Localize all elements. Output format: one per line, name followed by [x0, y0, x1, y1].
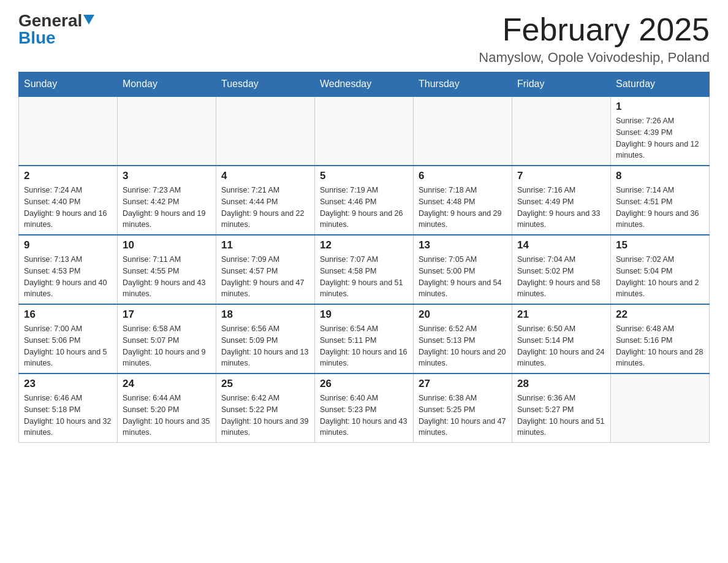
day-number: 7	[517, 170, 605, 182]
table-row: 18Sunrise: 6:56 AMSunset: 5:09 PMDayligh…	[216, 304, 315, 373]
header-wednesday: Wednesday	[315, 72, 414, 97]
day-number: 20	[419, 308, 507, 321]
table-row: 6Sunrise: 7:18 AMSunset: 4:48 PMDaylight…	[414, 166, 512, 235]
table-row: 14Sunrise: 7:04 AMSunset: 5:02 PMDayligh…	[512, 235, 611, 304]
day-info: Sunrise: 7:09 AMSunset: 4:57 PMDaylight:…	[221, 254, 309, 300]
day-info: Sunrise: 6:44 AMSunset: 5:20 PMDaylight:…	[123, 393, 211, 439]
day-number: 6	[419, 170, 507, 182]
table-row: 1Sunrise: 7:26 AMSunset: 4:39 PMDaylight…	[611, 96, 710, 166]
day-info: Sunrise: 6:38 AMSunset: 5:25 PMDaylight:…	[419, 393, 507, 439]
logo-general-text: General	[18, 12, 82, 29]
day-number: 17	[123, 308, 211, 321]
day-number: 15	[616, 239, 704, 251]
day-number: 1	[616, 101, 704, 113]
table-row: 24Sunrise: 6:44 AMSunset: 5:20 PMDayligh…	[118, 373, 216, 443]
table-row: 2Sunrise: 7:24 AMSunset: 4:40 PMDaylight…	[19, 166, 118, 235]
day-number: 11	[221, 239, 309, 251]
table-row	[118, 96, 216, 166]
month-title: February 2025	[479, 12, 710, 47]
header-tuesday: Tuesday	[216, 72, 315, 97]
header-saturday: Saturday	[611, 72, 710, 97]
table-row: 17Sunrise: 6:58 AMSunset: 5:07 PMDayligh…	[118, 304, 216, 373]
day-number: 5	[320, 170, 408, 182]
day-info: Sunrise: 7:05 AMSunset: 5:00 PMDaylight:…	[419, 254, 507, 300]
day-number: 21	[517, 308, 605, 321]
table-row: 12Sunrise: 7:07 AMSunset: 4:58 PMDayligh…	[315, 235, 414, 304]
day-number: 25	[221, 378, 309, 390]
weekday-header-row: Sunday Monday Tuesday Wednesday Thursday…	[19, 72, 710, 97]
table-row: 21Sunrise: 6:50 AMSunset: 5:14 PMDayligh…	[512, 304, 611, 373]
header-thursday: Thursday	[414, 72, 512, 97]
logo-arrow-icon	[83, 15, 94, 26]
day-number: 27	[419, 378, 507, 390]
day-number: 14	[517, 239, 605, 251]
day-info: Sunrise: 6:54 AMSunset: 5:11 PMDaylight:…	[320, 323, 408, 369]
table-row	[512, 96, 611, 166]
calendar-week-row: 1Sunrise: 7:26 AMSunset: 4:39 PMDaylight…	[19, 96, 710, 166]
day-number: 13	[419, 239, 507, 251]
table-row: 15Sunrise: 7:02 AMSunset: 5:04 PMDayligh…	[611, 235, 710, 304]
day-number: 28	[517, 378, 605, 390]
table-row: 4Sunrise: 7:21 AMSunset: 4:44 PMDaylight…	[216, 166, 315, 235]
table-row: 26Sunrise: 6:40 AMSunset: 5:23 PMDayligh…	[315, 373, 414, 443]
day-info: Sunrise: 6:52 AMSunset: 5:13 PMDaylight:…	[419, 323, 507, 369]
day-info: Sunrise: 6:58 AMSunset: 5:07 PMDaylight:…	[123, 323, 211, 369]
table-row: 28Sunrise: 6:36 AMSunset: 5:27 PMDayligh…	[512, 373, 611, 443]
table-row	[611, 373, 710, 443]
day-info: Sunrise: 6:48 AMSunset: 5:16 PMDaylight:…	[616, 323, 704, 369]
day-number: 19	[320, 308, 408, 321]
day-number: 9	[24, 239, 112, 251]
day-number: 18	[221, 308, 309, 321]
day-info: Sunrise: 7:23 AMSunset: 4:42 PMDaylight:…	[123, 185, 211, 231]
day-info: Sunrise: 6:56 AMSunset: 5:09 PMDaylight:…	[221, 323, 309, 369]
calendar-week-row: 2Sunrise: 7:24 AMSunset: 4:40 PMDaylight…	[19, 166, 710, 235]
day-info: Sunrise: 7:24 AMSunset: 4:40 PMDaylight:…	[24, 185, 112, 231]
day-number: 23	[24, 378, 112, 390]
day-info: Sunrise: 7:02 AMSunset: 5:04 PMDaylight:…	[616, 254, 704, 300]
day-info: Sunrise: 7:16 AMSunset: 4:49 PMDaylight:…	[517, 185, 605, 231]
location-title: Namyslow, Opole Voivodeship, Poland	[479, 50, 710, 66]
day-number: 24	[123, 378, 211, 390]
table-row: 10Sunrise: 7:11 AMSunset: 4:55 PMDayligh…	[118, 235, 216, 304]
day-number: 3	[123, 170, 211, 182]
table-row: 3Sunrise: 7:23 AMSunset: 4:42 PMDaylight…	[118, 166, 216, 235]
day-number: 12	[320, 239, 408, 251]
calendar-table: Sunday Monday Tuesday Wednesday Thursday…	[18, 72, 710, 443]
header-monday: Monday	[118, 72, 216, 97]
table-row	[414, 96, 512, 166]
table-row: 27Sunrise: 6:38 AMSunset: 5:25 PMDayligh…	[414, 373, 512, 443]
table-row	[216, 96, 315, 166]
table-row: 11Sunrise: 7:09 AMSunset: 4:57 PMDayligh…	[216, 235, 315, 304]
day-info: Sunrise: 7:07 AMSunset: 4:58 PMDaylight:…	[320, 254, 408, 300]
table-row	[315, 96, 414, 166]
table-row: 5Sunrise: 7:19 AMSunset: 4:46 PMDaylight…	[315, 166, 414, 235]
table-row: 13Sunrise: 7:05 AMSunset: 5:00 PMDayligh…	[414, 235, 512, 304]
day-info: Sunrise: 6:46 AMSunset: 5:18 PMDaylight:…	[24, 393, 112, 439]
day-number: 8	[616, 170, 704, 182]
table-row: 16Sunrise: 7:00 AMSunset: 5:06 PMDayligh…	[19, 304, 118, 373]
table-row	[19, 96, 118, 166]
table-row: 22Sunrise: 6:48 AMSunset: 5:16 PMDayligh…	[611, 304, 710, 373]
table-row: 8Sunrise: 7:14 AMSunset: 4:51 PMDaylight…	[611, 166, 710, 235]
day-number: 4	[221, 170, 309, 182]
logo-blue-text: Blue	[18, 29, 56, 47]
table-row: 9Sunrise: 7:13 AMSunset: 4:53 PMDaylight…	[19, 235, 118, 304]
header-sunday: Sunday	[19, 72, 118, 97]
table-row: 25Sunrise: 6:42 AMSunset: 5:22 PMDayligh…	[216, 373, 315, 443]
title-section: February 2025 Namyslow, Opole Voivodeshi…	[479, 12, 710, 66]
day-number: 22	[616, 308, 704, 321]
day-info: Sunrise: 7:21 AMSunset: 4:44 PMDaylight:…	[221, 185, 309, 231]
day-number: 26	[320, 378, 408, 390]
day-info: Sunrise: 6:40 AMSunset: 5:23 PMDaylight:…	[320, 393, 408, 439]
day-info: Sunrise: 6:42 AMSunset: 5:22 PMDaylight:…	[221, 393, 309, 439]
day-number: 16	[24, 308, 112, 321]
day-info: Sunrise: 7:18 AMSunset: 4:48 PMDaylight:…	[419, 185, 507, 231]
calendar-week-row: 23Sunrise: 6:46 AMSunset: 5:18 PMDayligh…	[19, 373, 710, 443]
day-info: Sunrise: 6:36 AMSunset: 5:27 PMDaylight:…	[517, 393, 605, 439]
day-info: Sunrise: 7:19 AMSunset: 4:46 PMDaylight:…	[320, 185, 408, 231]
day-info: Sunrise: 6:50 AMSunset: 5:14 PMDaylight:…	[517, 323, 605, 369]
table-row: 20Sunrise: 6:52 AMSunset: 5:13 PMDayligh…	[414, 304, 512, 373]
logo: General Blue	[18, 12, 94, 47]
day-info: Sunrise: 7:26 AMSunset: 4:39 PMDaylight:…	[616, 115, 704, 161]
table-row: 19Sunrise: 6:54 AMSunset: 5:11 PMDayligh…	[315, 304, 414, 373]
